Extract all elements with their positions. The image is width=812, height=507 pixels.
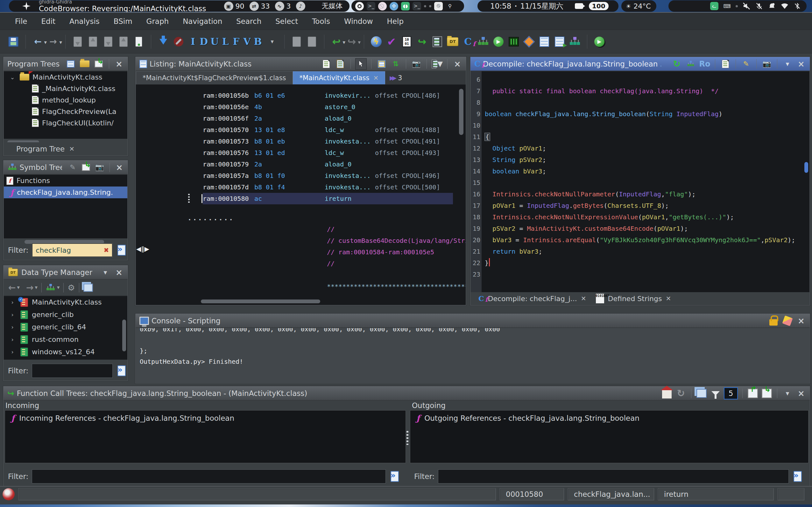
code-line[interactable]: boolean checkFlag_java.lang.String_boole…	[485, 108, 809, 120]
call-trees-header[interactable]: ↪ Function Call Trees: checkFlag_java.la…	[3, 386, 810, 400]
menu-graph[interactable]: Graph	[140, 15, 176, 28]
snapshot-camera-icon[interactable]: 📷	[411, 58, 422, 70]
menu-file[interactable]: File	[8, 15, 34, 28]
program-tree-item[interactable]: FlagCheckPreview(La	[4, 106, 127, 117]
code-line[interactable]	[485, 97, 809, 108]
remote-tray-icon[interactable]: ✣	[390, 2, 398, 10]
media-status[interactable]: 无媒体	[322, 1, 343, 11]
prev-function-icon[interactable]	[71, 35, 84, 49]
dtm-filter-input[interactable]	[32, 364, 112, 378]
filter-funnel-icon[interactable]	[710, 388, 721, 399]
symbol-tree-header[interactable]: Symbol Tree ✎ 📷 ×	[3, 160, 128, 174]
listing-row[interactable]: ram:0001057613 01 edldc_woffset CPOOL[49…	[203, 147, 453, 159]
outgoing-filter-input[interactable]	[438, 470, 789, 483]
close-icon[interactable]: ×	[796, 389, 807, 398]
symbol-table-button[interactable]	[538, 35, 551, 49]
markup-v-button[interactable]: V	[242, 36, 252, 47]
activities-icon[interactable]	[21, 1, 32, 11]
edit-symbol-icon[interactable]: ✎	[67, 162, 78, 173]
menu-navigation[interactable]: Navigation	[176, 15, 229, 28]
snapshot-camera-icon[interactable]: 📷	[94, 162, 105, 173]
code-line[interactable]: {	[485, 131, 809, 143]
mic-stand-icon[interactable]: ⚲	[446, 2, 454, 10]
terminal-tray-icon-2[interactable]: >_	[412, 2, 421, 10]
markup-i-button[interactable]: I	[187, 36, 198, 47]
letter-dropdown-icon[interactable]: ▼	[266, 35, 279, 49]
close-icon[interactable]: ×	[796, 316, 807, 326]
next-range-icon[interactable]	[117, 35, 130, 49]
dtm-preview-icon[interactable]	[83, 284, 93, 291]
dtm-item[interactable]: ›✓MainActivityKt.class	[4, 296, 127, 308]
filter-config-icon[interactable]	[116, 365, 127, 377]
wechat-tray-icon[interactable]: ◖◗	[401, 2, 410, 10]
run-script-button[interactable]: ▶	[492, 35, 505, 49]
listing-row[interactable]: ram:000105792aaload_0	[203, 159, 453, 170]
call-tree-button[interactable]	[477, 35, 489, 49]
recurse-depth-input[interactable]: 5	[724, 387, 738, 399]
listing-hscrollbar[interactable]	[201, 299, 320, 303]
data-organization-button[interactable]	[569, 35, 581, 49]
symbol-tree-view[interactable]: fFunctionsƒcheckFlag_java.lang.String.	[4, 175, 127, 238]
tab-close-icon[interactable]: ✕	[581, 295, 586, 302]
decompile-code-view[interactable]: 67891011121314151617181920212223 public …	[471, 71, 809, 292]
paste-icon[interactable]	[335, 58, 346, 70]
tab-close-icon[interactable]: ✕	[665, 295, 671, 302]
import-symbols-icon[interactable]	[80, 162, 91, 173]
undo-button[interactable]: ↩▼	[330, 35, 343, 49]
code-line[interactable]: Intrinsics.checkNotNullExpressionValue(p…	[485, 211, 809, 223]
document-blocked-icon[interactable]: 🛇	[434, 2, 443, 10]
code-line[interactable]: return bVar3;	[485, 246, 809, 257]
clear-filter-icon[interactable]: ✖	[104, 246, 109, 254]
window-title-pill[interactable]: ghidra-Ghidra CodeBrowser: Reversing:/Ma…	[9, 0, 349, 12]
status-icons-pill[interactable]: ᓚ ⌨	[669, 0, 807, 12]
console-header[interactable]: Console - Scripting ×	[135, 314, 810, 328]
open-folder-icon[interactable]	[79, 58, 91, 70]
function-graph-button[interactable]: ↪	[416, 35, 428, 49]
symbol-tree-selected-function[interactable]: ƒcheckFlag_java.lang.String.	[4, 186, 127, 198]
listing-tab[interactable]: *MainActivityKt.class✕	[293, 71, 386, 84]
code-line[interactable]: Object pOVar1;	[485, 143, 809, 154]
record-icon[interactable]	[355, 2, 364, 10]
program-tree-item[interactable]: method_lookup	[4, 94, 127, 106]
call-trees-menu-icon[interactable]: ▼	[782, 388, 793, 399]
decompile-header[interactable]: Cf Decompile: checkFlag_java.lang.String…	[470, 57, 810, 71]
code-line[interactable]	[485, 120, 809, 131]
dtm-item[interactable]: ›generic_clib	[4, 308, 127, 321]
program-trees-header[interactable]: Program Trees ×	[3, 57, 128, 71]
home-function-icon[interactable]	[661, 388, 673, 399]
weather-pill[interactable]: ☀ 24°C	[621, 0, 656, 12]
tab-close-icon[interactable]: ✕	[373, 74, 379, 82]
memory-chip-button[interactable]	[507, 35, 520, 49]
call-trees-splitter[interactable]	[406, 431, 408, 445]
markup-l-button[interactable]: L	[220, 36, 231, 47]
edit-icon[interactable]: ✎	[740, 58, 752, 70]
dtm-vscrollbar[interactable]	[122, 320, 126, 351]
menu-help[interactable]: Help	[381, 15, 410, 28]
dtm-gear-icon[interactable]: ⚙	[67, 283, 75, 292]
dtm-item[interactable]: ›generic_clib_64	[4, 321, 127, 333]
expand-incoming-icon[interactable]	[747, 388, 758, 399]
code-line[interactable]	[485, 269, 809, 280]
console-output[interactable]: 0xb9, 0x1f, 0x00, 0x00, 0x00, 0x00, 0x00…	[136, 328, 809, 383]
expand-chevron-icon[interactable]: ⌄	[8, 74, 16, 80]
dtm-header[interactable]: DT Data Type Manager ▼ ×	[3, 266, 128, 279]
close-icon[interactable]: ×	[114, 163, 124, 172]
outgoing-tree[interactable]: ƒ Outgoing References - checkFlag_java.l…	[410, 410, 808, 463]
outgoing-references-item[interactable]: ƒ Outgoing References - checkFlag_java.l…	[411, 411, 808, 423]
code-line[interactable]: bVar3 = Intrinsics.areEqual("VyFBJkKu5zo…	[485, 234, 809, 246]
expand-outgoing-icon[interactable]	[761, 388, 772, 399]
redo-button[interactable]: ↪▼	[345, 35, 358, 49]
dtm-tree-view[interactable]: ›✓MainActivityKt.class›generic_clib›gene…	[4, 296, 127, 360]
dtm-item[interactable]: ›windows_vs12_64	[4, 346, 127, 358]
code-line[interactable]: boolean bVar3;	[485, 166, 809, 177]
program-tree-root[interactable]: ⌄MainActivityKt.class	[4, 71, 127, 83]
memory-map-button[interactable]	[132, 35, 145, 49]
symbol-filter-input[interactable]: checkFlag ✖	[32, 243, 112, 257]
rerun-script-button[interactable]: ▶	[593, 35, 606, 49]
do-not-disturb-icon[interactable]: ⃠	[378, 2, 387, 10]
expand-chevron-icon[interactable]: ›	[8, 348, 16, 355]
dtm-menu-icon[interactable]: ▼	[100, 267, 111, 278]
close-icon[interactable]: ×	[796, 59, 807, 69]
listing-view[interactable]: ram:0001056bb6 01 e6invokevir...offset C…	[136, 84, 466, 305]
dtm-hierarchy-icon[interactable]	[47, 284, 55, 292]
